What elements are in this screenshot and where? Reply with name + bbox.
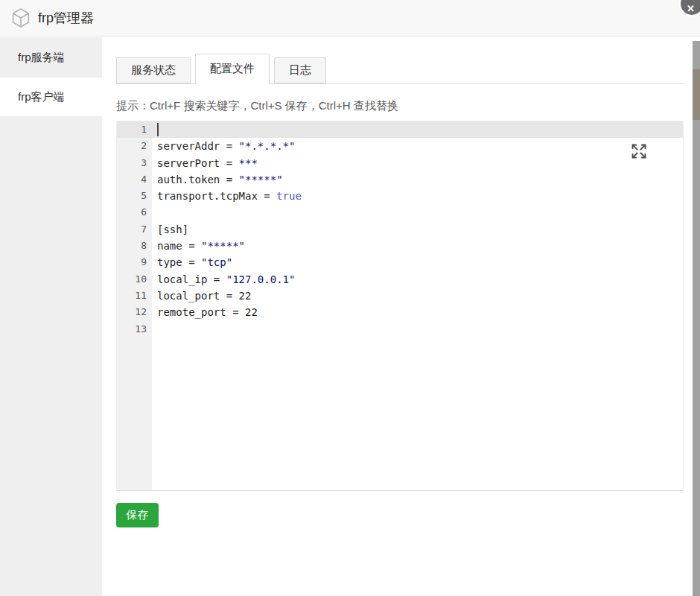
line-number: 8 xyxy=(117,238,152,254)
page-title: frp管理器 xyxy=(38,9,94,27)
text-cursor xyxy=(157,123,159,136)
code-line: serverPort = *** xyxy=(152,155,683,171)
line-number: 2 xyxy=(117,138,152,154)
main-panel: 服务状态 配置文件 日志 提示：Ctrl+F 搜索关键字，Ctrl+S 保存，C… xyxy=(102,37,693,596)
code-line: transport.tcpMax = true xyxy=(152,188,683,204)
line-number: 11 xyxy=(117,288,152,304)
page-scrollbar[interactable] xyxy=(693,41,700,596)
sidebar-item-frp-client[interactable]: frp客户端 xyxy=(0,77,102,116)
editor-line[interactable]: 8name = "*****" xyxy=(117,238,683,254)
line-number: 10 xyxy=(117,271,152,288)
editor-line[interactable]: 7[ssh] xyxy=(117,221,683,238)
code-line: auth.token = "*****" xyxy=(152,171,683,188)
editor-line[interactable]: 12remote_port = 22 xyxy=(117,304,683,320)
line-number: 7 xyxy=(117,221,152,238)
tab-logs[interactable]: 日志 xyxy=(274,57,326,83)
code-line: local_port = 22 xyxy=(152,288,683,304)
tab-service-status[interactable]: 服务状态 xyxy=(116,57,191,83)
sidebar-item-frp-server[interactable]: frp服务端 xyxy=(0,37,102,77)
line-number: 6 xyxy=(117,204,152,221)
save-button[interactable]: 保存 xyxy=(116,503,159,527)
code-editor[interactable]: 12serverAddr = "*.*.*.*"3serverPort = **… xyxy=(116,121,684,491)
tab-bar: 服务状态 配置文件 日志 xyxy=(116,54,684,84)
package-cube-icon xyxy=(10,7,31,28)
sidebar: frp服务端 frp客户端 xyxy=(0,37,102,596)
code-line xyxy=(152,321,683,337)
code-line: name = "*****" xyxy=(152,238,683,254)
editor-line[interactable]: 10local_ip = "127.0.0.1" xyxy=(117,271,683,288)
editor-lines[interactable]: 12serverAddr = "*.*.*.*"3serverPort = **… xyxy=(117,121,683,337)
code-line xyxy=(152,121,683,138)
editor-line[interactable]: 3serverPort = *** xyxy=(117,155,683,171)
line-number: 4 xyxy=(117,171,152,188)
line-number: 13 xyxy=(117,321,152,337)
code-line: type = "tcp" xyxy=(152,254,683,270)
line-number: 1 xyxy=(117,121,152,138)
code-line: remote_port = 22 xyxy=(152,304,683,320)
line-number: 3 xyxy=(117,155,152,171)
line-number: 12 xyxy=(117,304,152,320)
code-line: local_ip = "127.0.0.1" xyxy=(152,271,683,288)
code-line xyxy=(152,204,683,221)
editor-line[interactable]: 13 xyxy=(117,321,683,337)
line-number: 5 xyxy=(117,188,152,204)
editor-line[interactable]: 9type = "tcp" xyxy=(117,254,683,270)
line-number: 9 xyxy=(117,254,152,270)
editor-line[interactable]: 11local_port = 22 xyxy=(117,288,683,304)
editor-line[interactable]: 6 xyxy=(117,204,683,221)
shortcut-hint: 提示：Ctrl+F 搜索关键字，Ctrl+S 保存，Ctrl+H 查找替换 xyxy=(116,99,684,113)
editor-line[interactable]: 2serverAddr = "*.*.*.*" xyxy=(117,138,683,154)
fullscreen-icon[interactable] xyxy=(629,142,649,161)
scrollbar-thumb[interactable] xyxy=(693,69,700,120)
code-line: [ssh] xyxy=(152,221,683,238)
editor-line[interactable]: 5transport.tcpMax = true xyxy=(117,188,683,204)
editor-line[interactable]: 1 xyxy=(117,121,683,138)
code-line: serverAddr = "*.*.*.*" xyxy=(152,138,683,154)
editor-line[interactable]: 4auth.token = "*****" xyxy=(117,171,683,188)
tab-config-file[interactable]: 配置文件 xyxy=(195,54,270,84)
window-header: frp管理器 xyxy=(0,0,700,37)
